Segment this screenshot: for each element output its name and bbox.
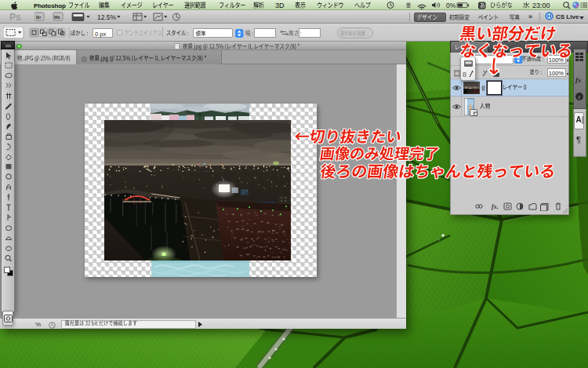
svg-text:fx: fx [575, 76, 582, 84]
svg-text:0%: 0% [446, 2, 456, 9]
svg-text:fx.: fx. [492, 203, 499, 210]
svg-text:i: i [579, 94, 580, 100]
svg-text:Mb: Mb [54, 15, 61, 20]
svg-text:Br: Br [36, 15, 42, 20]
svg-text:8: 8 [463, 71, 466, 78]
svg-text:12.5%: 12.5% [97, 13, 117, 21]
